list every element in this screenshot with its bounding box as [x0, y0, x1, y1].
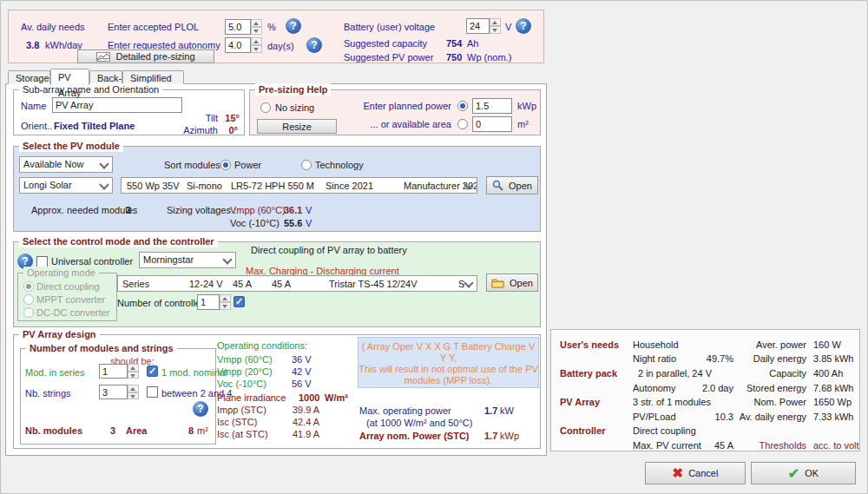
detailed-presizing-button[interactable]: Detailed pre-sizing [77, 49, 214, 63]
strings-help-icon[interactable] [193, 401, 208, 417]
daily-needs-panel: Av. daily needs 3.8 kWh/day Enter accept… [8, 10, 544, 63]
chevron-down-icon [222, 254, 232, 264]
approx-modules-value: 3 [126, 205, 131, 216]
irradiance-label: Plane irradiance [217, 392, 286, 404]
plol-spinner[interactable] [251, 19, 262, 35]
nb-modules-value: 3 [110, 425, 115, 437]
chart-icon [96, 52, 110, 62]
availability-select[interactable]: Available Now [19, 156, 113, 173]
area-label: Area [126, 425, 147, 437]
direct-coupling-radio[interactable] [23, 281, 34, 292]
battery-voltage-label: Battery (user) voltage [344, 22, 435, 33]
summary-value: 7.33 kWh [813, 412, 853, 422]
isc-label: Isc (STC) [217, 417, 257, 428]
tab-backup[interactable]: Back-Up [89, 70, 122, 84]
controller-count-spinner[interactable] [220, 294, 231, 310]
controller-auto-checkbox[interactable] [233, 296, 245, 307]
vmpp-sizing-unit: V [306, 205, 312, 216]
voc-sizing-unit: V [306, 218, 312, 229]
dcdc-converter-label: DC-DC converter [36, 307, 109, 319]
summary-label: Household [633, 339, 679, 350]
warning-line1: ( Array Oper V X X G T Battery Charge V … [358, 341, 538, 364]
controller-group: Select the control mode and the controll… [13, 241, 541, 327]
tab-pv-array[interactable]: PV Array [50, 69, 89, 85]
manufacturer-select[interactable]: Longi Solar [19, 177, 113, 194]
planned-power-unit: kWp [517, 101, 536, 112]
autonomy-spinner[interactable] [251, 37, 262, 53]
isc-stc-value: 41.9 A [293, 429, 319, 440]
presizing-dialog: Av. daily needs 3.8 kWh/day Enter accept… [0, 0, 868, 494]
dcdc-converter-radio[interactable] [23, 307, 34, 318]
resize-label: Resize [282, 122, 312, 132]
pv-module-caption: Select the PV module [19, 140, 123, 152]
cancel-button[interactable]: ✖ Cancel [645, 462, 746, 484]
detailed-presizing-label: Detailed pre-sizing [115, 51, 194, 62]
open-controller-label: Open [510, 278, 533, 288]
mppt-converter-radio[interactable] [23, 294, 34, 305]
nb-strings-input[interactable] [99, 385, 128, 399]
sort-modules-label: Sort modules [164, 160, 220, 171]
system-summary-panel: User's needs Household Aver. power 160 W… [550, 329, 860, 451]
tilt-label: Tilt [206, 113, 218, 124]
summary-header: Battery pack [560, 368, 617, 379]
irradiance-unit: W/m² [325, 392, 348, 404]
battery-voltage-spinner[interactable] [490, 18, 501, 34]
needs-value: 3.8 [26, 40, 39, 51]
open-module-button[interactable]: Open [486, 176, 538, 194]
controller-model: Tristar TS-45 12/24V [329, 277, 418, 292]
vmpp20-value: 42 V [292, 366, 312, 378]
chevron-down-icon [464, 278, 473, 287]
tab-simplified-sketch[interactable]: Simplified sketch [122, 70, 184, 84]
tab-storage[interactable]: Storage [8, 70, 50, 84]
controller-select[interactable]: Series 12-24 V 45 A 45 A Tristar TS-45 1… [117, 275, 477, 292]
open-controller-button[interactable]: Open [486, 273, 538, 292]
operating-mode-group: Operating mode Direct coupling MPPT conv… [17, 273, 117, 321]
controller-extra: S [458, 277, 464, 292]
sort-technology-radio[interactable] [301, 160, 312, 170]
between-2-4-checkbox[interactable] [147, 386, 158, 398]
summary-label: Thresholds [706, 440, 806, 451]
modules-strings-group: Number of modules and strings should be:… [20, 348, 216, 445]
summary-value: 7.68 kWh [813, 383, 853, 393]
plol-input[interactable] [225, 19, 251, 35]
controller-charge-current: 45 A [233, 277, 252, 292]
pvpower-label: Suggested PV power [344, 52, 433, 63]
battery-help-icon[interactable] [516, 18, 531, 34]
module-since: Since 2021 [326, 179, 373, 194]
mpp-warning-box: ( Array Oper V X X G T Battery Charge V … [358, 337, 539, 388]
nom-power-label: Array nom. Power (STC) [359, 431, 470, 442]
nb-strings-spinner[interactable] [128, 385, 139, 399]
sort-power-radio[interactable] [220, 160, 231, 170]
module-model: LR5-72 HPH 550 M [231, 179, 314, 194]
mod-in-series-input[interactable] [99, 364, 128, 379]
subarray-group: Sub-array name and Orientation Name Orie… [13, 89, 245, 135]
controller-voltage: 12-24 V [189, 277, 223, 292]
ok-button[interactable]: ✔ OK [751, 462, 856, 484]
summary-label: 2 in parallel, 24 V [638, 368, 712, 379]
resize-button[interactable]: Resize [257, 119, 337, 134]
controller-count-input[interactable] [197, 294, 220, 310]
controller-discharge-current: 45 A [272, 277, 291, 292]
autonomy-help-icon[interactable] [306, 37, 322, 53]
plol-help-icon[interactable] [286, 18, 301, 34]
module-power: 550 Wp 35V [127, 179, 180, 194]
max-power-unit: kW [500, 405, 514, 417]
capacity-label: Suggested capacity [344, 38, 427, 49]
module-select[interactable]: 550 Wp 35V Si-mono LR5-72 HPH 550 M Sinc… [121, 177, 477, 194]
planned-power-input[interactable] [472, 98, 512, 114]
battery-voltage-input[interactable] [466, 18, 490, 34]
summary-label: PV/PLoad [633, 412, 676, 422]
open-module-label: Open [509, 181, 532, 191]
no-sizing-radio[interactable] [260, 102, 271, 113]
mod-nominal-checkbox[interactable] [147, 366, 158, 377]
autonomy-input[interactable] [225, 37, 251, 53]
vmpp20-label: Vmpp (20°C) [217, 366, 273, 378]
folder-icon [491, 278, 504, 288]
nom-power-unit: kWp [500, 431, 519, 442]
max-power-condition: (at 1000 W/m² and 50°C) [366, 418, 472, 429]
planned-power-radio[interactable] [457, 101, 468, 111]
available-area-radio[interactable] [457, 119, 468, 129]
controller-brand-select[interactable]: Morningstar [139, 252, 236, 268]
available-area-input[interactable] [472, 116, 512, 132]
mod-in-series-spinner[interactable] [128, 364, 139, 379]
